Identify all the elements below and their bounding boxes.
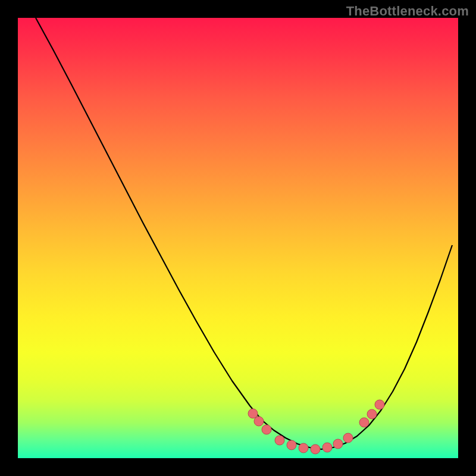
highlight-dot <box>299 443 308 453</box>
highlight-dot <box>262 425 271 434</box>
highlight-dot <box>367 409 377 419</box>
highlight-dot <box>343 433 353 443</box>
highlight-dot <box>248 409 258 418</box>
bottleneck-curve-path <box>36 18 452 449</box>
highlight-dot <box>359 418 369 427</box>
highlight-dot <box>311 444 320 454</box>
highlight-dots-group <box>248 400 384 454</box>
bottleneck-chart <box>18 18 458 458</box>
highlight-dot <box>254 416 264 426</box>
watermark-label: TheBottleneck.com <box>346 4 469 19</box>
highlight-dot <box>333 439 343 449</box>
highlight-dot <box>375 400 384 409</box>
highlight-dot <box>275 436 284 445</box>
highlight-dot <box>287 440 296 450</box>
highlight-dot <box>322 443 332 452</box>
